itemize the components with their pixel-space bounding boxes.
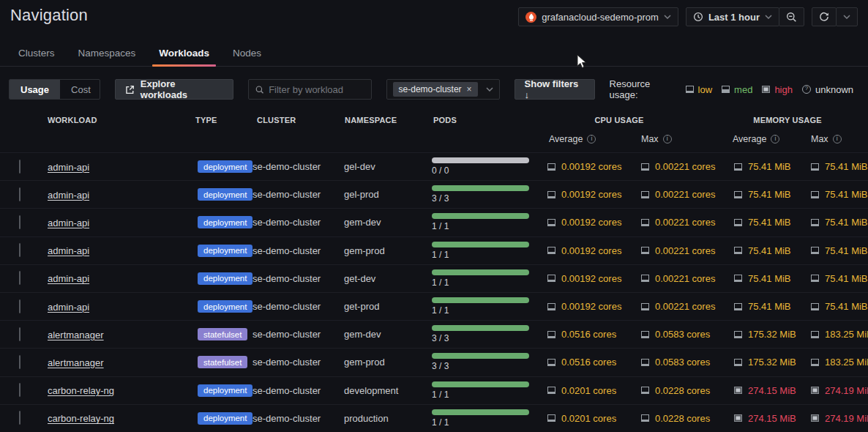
pods-bar [432, 409, 529, 415]
magnifier-minus-icon [786, 12, 797, 23]
row-checkbox[interactable] [19, 271, 20, 285]
row-checkbox[interactable] [19, 299, 20, 313]
pods-cell: 1 / 1 [432, 242, 547, 260]
col-header-pods[interactable]: PODS [433, 116, 457, 124]
col-header-memory-max[interactable]: Max [811, 134, 842, 144]
row-checkbox[interactable] [19, 160, 20, 174]
explore-workloads-label: Explore workloads [141, 78, 223, 100]
memory-max-cell: 75.41 MiB [811, 217, 868, 228]
memory-max-cell: 75.41 MiB [811, 273, 868, 284]
memory-average-cell: 75.41 MiB [734, 161, 811, 172]
refresh-interval-dropdown[interactable] [836, 7, 858, 26]
tab-nodes[interactable]: Nodes [225, 44, 269, 66]
cluster-cell: se-demo-cluster [252, 385, 344, 396]
cpu-average-cell: 0.0201 cores [547, 385, 641, 396]
workload-link[interactable]: admin-api [48, 162, 89, 173]
info-icon[interactable] [771, 135, 779, 144]
pods-cell: 3 / 3 [432, 353, 547, 371]
show-filters-button[interactable]: Show filters ↓ [515, 79, 595, 100]
memory-average-cell: 75.41 MiB [734, 245, 811, 256]
workload-link[interactable]: alertmanager [48, 357, 104, 368]
datasource-picker[interactable]: grafanacloud-sedemo-prom [518, 7, 678, 26]
col-header-cluster[interactable]: CLUSTER [257, 116, 296, 124]
namespace-cell: gem-prod [344, 357, 432, 368]
workload-link[interactable]: admin-api [48, 245, 89, 256]
table-row: carbon-relay-ng deployment se-demo-clust… [0, 404, 868, 432]
workload-link[interactable]: admin-api [48, 190, 89, 201]
workload-link[interactable]: admin-api [48, 217, 89, 228]
toggle-option-cost[interactable]: Cost [60, 80, 100, 99]
explore-workloads-button[interactable]: Explore workloads [115, 79, 233, 100]
cpu-average-cell: 0.00192 cores [547, 161, 641, 172]
workload-link[interactable]: carbon-relay-ng [48, 413, 114, 424]
namespace-cell: get-dev [344, 273, 432, 284]
top-bar-controls: grafanacloud-sedemo-prom Last 1 hour [518, 7, 858, 26]
workload-link[interactable]: admin-api [48, 302, 89, 313]
tab-namespaces[interactable]: Namespaces [70, 44, 144, 66]
pods-count: 1 / 1 [432, 221, 547, 231]
workload-link[interactable]: alertmanager [48, 329, 104, 340]
usage-level-icon [547, 191, 555, 198]
type-badge: deployment [198, 216, 252, 228]
col-header-workload[interactable]: WORKLOAD [48, 116, 97, 124]
table-row: admin-api deployment se-demo-cluster get… [0, 292, 868, 320]
table-row: alertmanager statefulset se-demo-cluster… [0, 320, 868, 348]
info-icon[interactable] [663, 135, 672, 144]
row-checkbox[interactable] [19, 243, 20, 257]
pods-bar [432, 297, 529, 303]
cluster-cell: se-demo-cluster [252, 301, 344, 312]
col-header-namespace[interactable]: NAMESPACE [345, 116, 397, 124]
workload-link[interactable]: admin-api [48, 273, 89, 284]
type-badge: statefulset [198, 328, 247, 340]
workloads-table-header: WORKLOAD TYPE CLUSTER NAMESPACE PODS CPU… [0, 110, 868, 152]
row-checkbox[interactable] [19, 411, 20, 425]
usage-cost-toggle: Usage Cost [9, 79, 100, 100]
col-header-cpu-average[interactable]: Average [549, 134, 596, 144]
usage-level-icon [811, 387, 819, 394]
row-checkbox[interactable] [19, 215, 20, 229]
cluster-cell: se-demo-cluster [252, 245, 344, 256]
pods-count: 3 / 3 [432, 333, 547, 343]
row-checkbox[interactable] [19, 383, 20, 397]
toggle-option-usage[interactable]: Usage [10, 80, 60, 99]
namespace-cell: gem-dev [344, 217, 432, 228]
usage-level-icon [641, 331, 649, 338]
usage-level-icon [547, 387, 555, 394]
pods-count: 0 / 0 [432, 165, 547, 176]
kubernetes-monitoring-navigation-page: Navigation grafanacloud-sedemo-prom Last… [0, 0, 868, 432]
info-icon[interactable] [833, 135, 842, 144]
refresh-button[interactable] [812, 7, 837, 26]
usage-level-icon [547, 303, 555, 310]
pods-cell: 1 / 1 [432, 297, 547, 316]
workload-link[interactable]: carbon-relay-ng [48, 385, 114, 396]
col-header-cpu-max[interactable]: Max [641, 134, 672, 144]
usage-level-icon [734, 247, 742, 254]
unknown-usage-icon [802, 85, 811, 94]
row-checkbox[interactable] [19, 187, 20, 201]
namespace-cell: development [344, 385, 432, 396]
cpu-max-cell: 0.00221 cores [641, 189, 734, 200]
time-range-picker[interactable]: Last 1 hour [686, 7, 779, 26]
col-header-memory-average[interactable]: Average [733, 134, 779, 144]
info-icon[interactable] [587, 135, 596, 144]
tab-clusters[interactable]: Clusters [10, 44, 63, 66]
row-checkbox[interactable] [19, 327, 20, 341]
legend-high: high [762, 84, 793, 95]
table-row: admin-api deployment se-demo-cluster gem… [0, 208, 868, 236]
tab-workloads[interactable]: Workloads [151, 44, 217, 66]
workload-filter-input[interactable] [269, 84, 364, 95]
cluster-select[interactable]: se-demo-cluster × [386, 79, 500, 100]
remove-chip-icon[interactable]: × [467, 84, 472, 94]
usage-level-icon [641, 414, 649, 422]
col-header-type[interactable]: TYPE [195, 116, 217, 124]
row-checkbox[interactable] [19, 355, 20, 369]
pods-bar [432, 185, 529, 191]
pods-cell: 3 / 3 [432, 185, 547, 204]
legend-unknown-label: unknown [815, 84, 853, 95]
memory-average-cell: 75.41 MiB [734, 217, 811, 228]
external-link-icon [125, 85, 135, 94]
pods-bar [432, 325, 529, 331]
pods-cell: 3 / 3 [432, 325, 547, 343]
cpu-max-cell: 0.00221 cores [641, 273, 734, 284]
zoom-out-button[interactable] [779, 7, 804, 26]
